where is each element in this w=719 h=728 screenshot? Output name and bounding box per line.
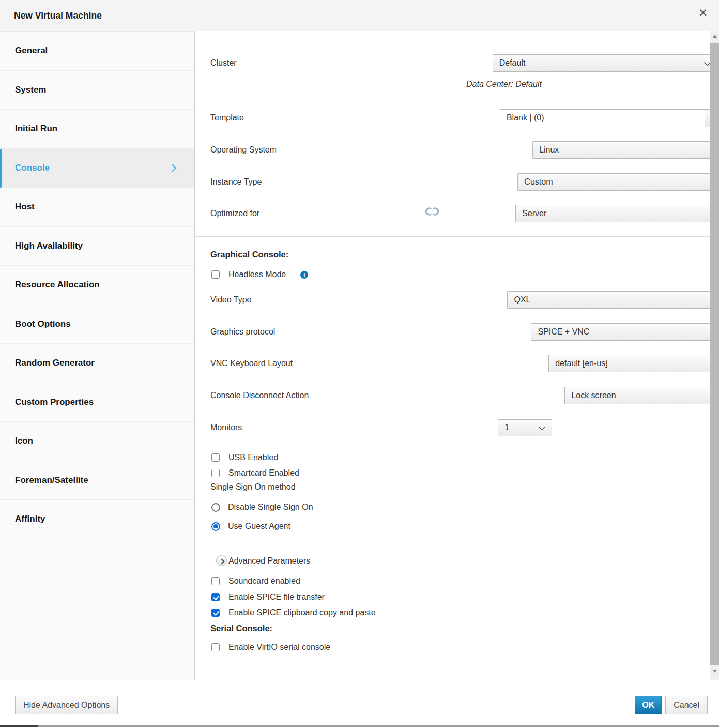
- optimized-for-value: Server: [522, 209, 546, 218]
- virtio-serial-checkbox-row[interactable]: Enable VirtIO serial console: [211, 642, 330, 653]
- sidebar-item-initial-run[interactable]: Initial Run: [0, 110, 194, 149]
- console-tab-panel: Cluster Default Data Center: Default Tem…: [195, 31, 710, 680]
- usb-enabled-checkbox[interactable]: [211, 453, 220, 462]
- vnc-keyboard-label: VNC Keyboard Layout: [210, 359, 293, 368]
- scrollbar-down-arrow[interactable]: [710, 667, 719, 676]
- vertical-scrollbar[interactable]: [710, 31, 719, 680]
- sidebar-item-resource-allocation[interactable]: Resource Allocation: [0, 266, 194, 305]
- triangle-down-icon: [713, 670, 717, 673]
- sso-guest-agent-radio-row[interactable]: Use Guest Agent: [211, 521, 290, 532]
- advanced-parameters-toggle[interactable]: Advanced Parameters: [216, 555, 310, 566]
- hide-advanced-options-button[interactable]: Hide Advanced Options: [15, 696, 118, 714]
- headless-mode-checkbox[interactable]: [211, 270, 220, 279]
- cancel-button[interactable]: Cancel: [665, 696, 708, 714]
- video-type-select[interactable]: QXL: [507, 291, 719, 309]
- video-type-value: QXL: [514, 295, 530, 305]
- scrollbar-thumb[interactable]: [710, 43, 719, 665]
- sidebar-item-label: Host: [15, 202, 35, 212]
- section-divider: [195, 236, 710, 237]
- monitors-select[interactable]: 1: [498, 419, 552, 436]
- template-label: Template: [210, 113, 244, 123]
- instance-type-select[interactable]: Custom: [517, 173, 719, 191]
- graphics-protocol-select[interactable]: SPICE + VNC: [531, 323, 719, 341]
- usb-enabled-checkbox-row[interactable]: USB Enabled: [211, 452, 278, 463]
- sidebar-item-boot-options[interactable]: Boot Options: [0, 305, 194, 344]
- video-type-label: Video Type: [210, 295, 251, 305]
- sidebar-item-label: Initial Run: [15, 124, 57, 134]
- scrollbar-up-arrow[interactable]: [710, 32, 719, 41]
- sso-guest-agent-label: Use Guest Agent: [228, 522, 290, 531]
- cluster-label: Cluster: [210, 58, 237, 68]
- chevron-down-icon: [704, 59, 711, 66]
- sidebar-item-system[interactable]: System: [0, 71, 194, 110]
- sso-disable-label: Disable Single Sign On: [228, 503, 313, 512]
- data-center-note: Data Center: Default: [466, 80, 542, 89]
- sidebar-item-random-generator[interactable]: Random Generator: [0, 344, 194, 383]
- sidebar-item-host[interactable]: Host: [0, 188, 194, 227]
- virtio-serial-checkbox[interactable]: [211, 643, 220, 651]
- headless-mode-label: Headless Mode: [228, 270, 286, 279]
- monitors-label: Monitors: [210, 423, 242, 432]
- console-disconnect-select[interactable]: Lock screen: [564, 387, 719, 404]
- dialog-footer: Hide Advanced Options OK Cancel: [0, 680, 719, 728]
- sidebar-item-label: Random Generator: [15, 358, 95, 368]
- dialog-title: New Virtual Machine: [14, 0, 102, 31]
- spice-clipboard-checkbox[interactable]: [211, 609, 220, 617]
- advanced-parameters-label: Advanced Parameters: [228, 556, 310, 566]
- operating-system-row: Operating System Linux: [210, 141, 691, 159]
- graphics-protocol-value: SPICE + VNC: [538, 327, 589, 337]
- soundcard-checkbox[interactable]: [211, 577, 220, 585]
- optimized-for-label: Optimized for: [210, 209, 259, 218]
- monitors-row: Monitors 1: [210, 419, 691, 436]
- new-vm-dialog: New Virtual Machine ✕ General System Ini…: [0, 0, 719, 728]
- vnc-keyboard-select[interactable]: default [en-us]: [548, 355, 719, 372]
- sso-guest-agent-radio[interactable]: [211, 522, 220, 531]
- sidebar-item-general[interactable]: General: [0, 32, 194, 71]
- usb-enabled-label: USB Enabled: [228, 453, 278, 462]
- cluster-value: Default: [499, 58, 526, 68]
- sidebar-item-icon[interactable]: Icon: [0, 422, 194, 461]
- sidebar-item-high-availability[interactable]: High Availability: [0, 227, 194, 266]
- spice-clipboard-checkbox-row[interactable]: Enable SPICE clipboard copy and paste: [211, 608, 376, 618]
- console-disconnect-label: Console Disconnect Action: [210, 391, 309, 400]
- spice-file-transfer-label: Enable SPICE file transfer: [228, 593, 325, 602]
- sso-disable-radio-row[interactable]: Disable Single Sign On: [211, 502, 313, 512]
- monitors-value: 1: [504, 423, 509, 432]
- sidebar-item-label: Custom Properties: [15, 397, 94, 407]
- sidebar-item-label: Foreman/Satellite: [15, 475, 88, 486]
- sidebar-item-label: High Availability: [15, 241, 83, 251]
- sidebar-item-label: System: [15, 85, 46, 95]
- cluster-select[interactable]: Default: [493, 54, 717, 72]
- optimized-for-select[interactable]: Server: [515, 205, 719, 222]
- smartcard-enabled-checkbox-row[interactable]: Smartcard Enabled: [211, 468, 299, 478]
- triangle-up-icon: [713, 35, 717, 38]
- operating-system-label: Operating System: [210, 145, 277, 155]
- template-combobox[interactable]: Blank | (0): [500, 109, 719, 127]
- template-value: Blank | (0): [507, 113, 544, 123]
- sso-method-label: Single Sign On method: [210, 482, 296, 492]
- ok-button[interactable]: OK: [635, 696, 662, 714]
- soundcard-checkbox-row[interactable]: Soundcard enabled: [211, 576, 300, 586]
- smartcard-enabled-checkbox[interactable]: [211, 469, 220, 477]
- sidebar-item-label: Icon: [15, 436, 33, 446]
- info-icon[interactable]: i: [300, 271, 308, 279]
- sso-disable-radio[interactable]: [211, 503, 220, 512]
- sidebar-item-label: Console: [15, 163, 50, 173]
- sidebar-item-affinity[interactable]: Affinity: [0, 500, 194, 539]
- template-row: Template Blank | (0): [210, 109, 691, 127]
- close-icon[interactable]: ✕: [698, 7, 708, 18]
- vnc-keyboard-row: VNC Keyboard Layout default [en-us]: [210, 355, 691, 372]
- cluster-row: Cluster Default: [210, 54, 691, 72]
- virtio-serial-label: Enable VirtIO serial console: [228, 643, 330, 652]
- headless-mode-checkbox-row[interactable]: Headless Mode i: [211, 269, 308, 280]
- spice-file-transfer-checkbox[interactable]: [211, 593, 220, 601]
- sidebar-item-console[interactable]: Console: [0, 149, 194, 188]
- sidebar-item-label: Boot Options: [15, 319, 71, 329]
- expand-arrow-icon[interactable]: [216, 555, 227, 566]
- operating-system-select[interactable]: Linux: [532, 141, 719, 159]
- sidebar-item-custom-properties[interactable]: Custom Properties: [0, 383, 194, 422]
- spice-file-transfer-checkbox-row[interactable]: Enable SPICE file transfer: [211, 592, 325, 602]
- sidebar-item-foreman-satellite[interactable]: Foreman/Satellite: [0, 461, 194, 501]
- soundcard-label: Soundcard enabled: [228, 577, 300, 586]
- dialog-header: New Virtual Machine ✕: [0, 0, 719, 31]
